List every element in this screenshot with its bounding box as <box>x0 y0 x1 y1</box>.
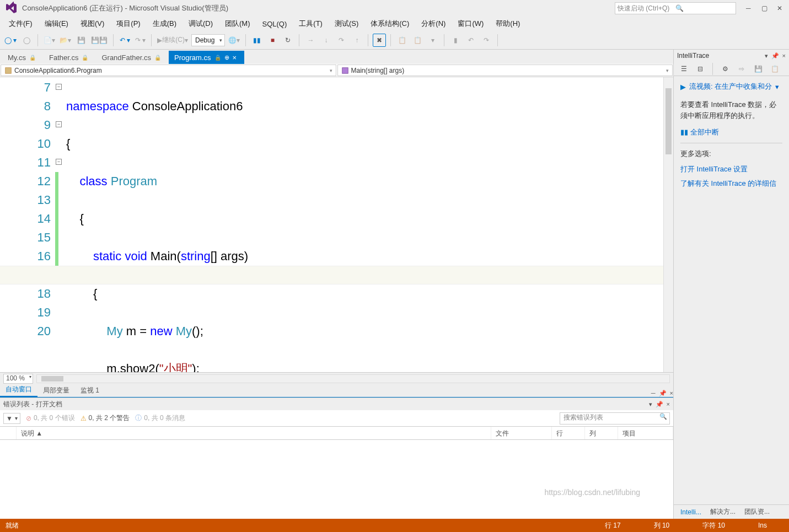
quick-launch-placeholder: 快速启动 (Ctrl+Q) <box>618 4 675 13</box>
nav-forward-button[interactable]: ◯ <box>20 34 33 47</box>
error-list-title-bar: 错误列表 - 打开文档 ▾📌× <box>0 398 673 410</box>
save-all-button[interactable]: 💾💾 <box>90 34 109 47</box>
undo-button[interactable]: ↶ ▾ <box>118 34 131 47</box>
pin-icon[interactable]: ⊕ <box>224 54 229 61</box>
error-columns: 说明 ▲ 文件 行 列 项目 <box>0 427 673 440</box>
menu-sql[interactable]: SQL(Q) <box>257 18 293 30</box>
redo-button[interactable]: ↷ ▾ <box>133 34 147 47</box>
step-into-button[interactable]: ↓ <box>319 34 332 47</box>
stop-button[interactable]: ■ <box>266 34 279 47</box>
save-button[interactable]: 💾 <box>74 34 88 47</box>
code-editor[interactable]: 789 101112 131415 161718 1920 − − − name… <box>0 77 673 372</box>
status-char: 字符 10 <box>702 521 725 530</box>
tb-extra2[interactable]: ↶ <box>464 34 477 47</box>
menu-test[interactable]: 测试(S) <box>329 17 364 31</box>
tab-team[interactable]: 团队资... <box>740 505 774 519</box>
col-line[interactable]: 行 <box>552 427 585 439</box>
save-icon[interactable]: 💾 <box>752 62 765 76</box>
maximize-button[interactable]: ▢ <box>761 4 769 12</box>
tab-father-cs[interactable]: Father.cs🔒 <box>44 51 96 64</box>
continue-button[interactable]: ▶ 继续(C) ▾ <box>156 34 189 47</box>
chevron-down-icon[interactable]: ▾ <box>765 52 768 60</box>
col-description[interactable]: 说明 ▲ <box>17 427 491 439</box>
menu-arch[interactable]: 体系结构(C) <box>365 17 415 31</box>
close-tab-icon[interactable]: × <box>233 53 237 62</box>
filter-messages[interactable]: ⓘ0, 共 0 条消息 <box>135 413 185 423</box>
menu-file[interactable]: 文件(F) <box>3 17 38 31</box>
pin-icon[interactable]: 📌 <box>656 401 663 408</box>
list-icon[interactable]: ☰ <box>677 62 690 76</box>
error-search-input[interactable]: 搜索错误列表 <box>560 412 670 424</box>
nav-member-dropdown[interactable]: Main(string[] args) <box>337 65 673 76</box>
col-project[interactable]: 项目 <box>618 427 673 439</box>
tab-solution[interactable]: 解决方... <box>706 505 740 519</box>
step-over-button[interactable]: ↷ <box>335 34 348 47</box>
error-icon: ⊘ <box>26 415 31 422</box>
config-dropdown[interactable]: Debug <box>191 34 225 46</box>
gear-icon[interactable]: ⚙ <box>718 62 732 76</box>
menu-help[interactable]: 帮助(H) <box>490 17 525 31</box>
break-all-link[interactable]: ▮▮ 全部中断 <box>680 127 782 137</box>
filter-button[interactable]: ▼▾ <box>3 413 20 424</box>
pause-icon: ▮▮ <box>680 128 688 136</box>
menu-window[interactable]: 窗口(W) <box>452 17 489 31</box>
browser-button[interactable]: 🌐▾ <box>227 34 241 47</box>
quick-launch-input[interactable]: 快速启动 (Ctrl+Q) 🔍 <box>615 2 736 14</box>
panel-min-icon[interactable]: ─ <box>651 390 656 397</box>
code-content[interactable]: namespace ConsoleApplication6 { class Pr… <box>55 77 663 372</box>
tab-grandfather-cs[interactable]: GrandFather.cs🔒 <box>96 51 169 64</box>
tab-auto[interactable]: 自动窗口 <box>0 383 37 397</box>
filter-warnings[interactable]: ⚠0, 共 2 个警告 <box>80 413 130 423</box>
zoom-dropdown[interactable]: 100 % <box>3 374 33 384</box>
menu-edit[interactable]: 编辑(E) <box>39 17 74 31</box>
right-bottom-tabs: Intelli... 解决方... 团队资... <box>674 504 789 519</box>
editor-footer: 100 % <box>0 372 673 384</box>
tb-extra3[interactable]: ↷ <box>480 34 493 47</box>
tab-intellitrace[interactable]: Intelli... <box>676 506 706 518</box>
menu-analyze[interactable]: 分析(N) <box>416 17 451 31</box>
bookmark-button[interactable]: ▾ <box>426 34 439 47</box>
uncomment-button[interactable]: 📋 <box>411 34 424 47</box>
chevron-down-icon[interactable]: ▾ <box>649 401 652 408</box>
menu-team[interactable]: 团队(M) <box>219 17 256 31</box>
menu-build[interactable]: 生成(B) <box>147 17 182 31</box>
open-file-button[interactable]: 📂▾ <box>58 34 72 47</box>
next-statement-button[interactable]: → <box>304 34 317 47</box>
tab-watch[interactable]: 监视 1 <box>75 384 105 397</box>
nav-class-dropdown[interactable]: ConsoleApplication6.Program <box>1 65 336 76</box>
lock-icon: 🔒 <box>154 55 161 61</box>
close-icon[interactable]: × <box>667 401 670 408</box>
filter-errors[interactable]: ⊘0, 共 0 个错误 <box>26 413 75 423</box>
vertical-scrollbar[interactable] <box>663 77 673 372</box>
tb-extra1[interactable]: ▮ <box>449 34 462 47</box>
copy-icon[interactable]: 📋 <box>768 62 781 76</box>
tab-locals[interactable]: 局部变量 <box>37 384 75 397</box>
restart-button[interactable]: ↻ <box>281 34 294 47</box>
menu-debug[interactable]: 调试(D) <box>183 17 218 31</box>
horizontal-scrollbar[interactable] <box>36 374 670 383</box>
pause-button[interactable]: ▮▮ <box>250 34 264 47</box>
tab-my-cs[interactable]: My.cs🔒 <box>2 51 44 64</box>
learn-more-link[interactable]: 了解有关 IntelliTrace 的详细信 <box>680 179 782 189</box>
comment-button[interactable]: 📋 <box>395 34 409 47</box>
menu-view[interactable]: 视图(V) <box>75 17 110 31</box>
menu-tools[interactable]: 工具(T) <box>293 17 328 31</box>
step-out-button[interactable]: ↑ <box>350 34 363 47</box>
open-settings-link[interactable]: 打开 IntelliTrace 设置 <box>680 164 782 174</box>
nav-back-button[interactable]: ◯ ▾ <box>3 34 18 47</box>
intellitrace-video-link[interactable]: ▶ 流视频: 在生产中收集和分▾ <box>680 82 782 92</box>
panel-pin-icon[interactable]: 📌 <box>659 390 667 397</box>
svg-rect-1 <box>342 67 348 73</box>
new-project-button[interactable]: 📄▾ <box>42 34 56 47</box>
tree-icon[interactable]: ⊟ <box>694 62 707 76</box>
col-file[interactable]: 文件 <box>491 427 552 439</box>
close-icon[interactable]: × <box>782 52 786 60</box>
pin-icon[interactable]: 📌 <box>771 52 779 60</box>
close-button[interactable]: ✕ <box>777 4 785 12</box>
intellitrace-button[interactable]: ✖ <box>373 34 386 47</box>
col-col[interactable]: 列 <box>585 427 618 439</box>
menu-project[interactable]: 项目(P) <box>111 17 146 31</box>
forward-icon[interactable]: ⇨ <box>735 62 748 76</box>
minimize-button[interactable]: ─ <box>746 4 754 12</box>
tab-program-cs[interactable]: Program.cs🔒⊕× <box>169 51 244 64</box>
